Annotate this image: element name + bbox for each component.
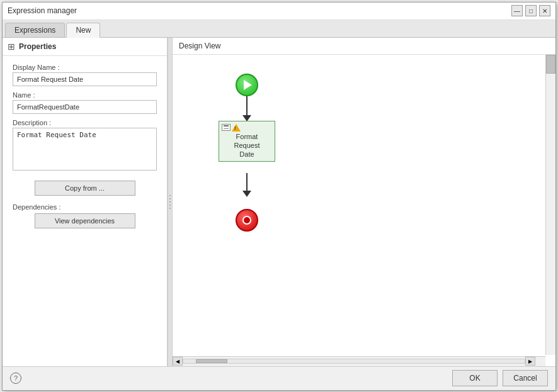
ok-button[interactable]: OK (452, 370, 498, 386)
end-node (236, 209, 258, 232)
description-group: Description : Format Request Date (13, 119, 157, 171)
bottom-bar: ? OK Cancel (3, 366, 555, 390)
bottom-left: ? (10, 372, 21, 384)
display-name-label: Display Name : (13, 64, 157, 71)
horizontal-scrollbar-track (183, 359, 525, 364)
view-dependencies-button[interactable]: View dependencies (35, 213, 135, 228)
maximize-button[interactable]: □ (525, 5, 537, 16)
window-title: Expression manager (8, 6, 77, 15)
horizontal-scrollbar[interactable]: ◀ ▶ (173, 356, 545, 366)
description-label: Description : (13, 119, 157, 126)
scroll-right-button[interactable]: ▶ (525, 357, 535, 366)
display-name-group: Display Name : (13, 64, 157, 86)
bottom-right: OK Cancel (452, 370, 548, 386)
vertical-scrollbar[interactable] (545, 55, 555, 355)
content-area: ⊞ Properties Display Name : Name : Descr… (3, 38, 555, 366)
expression-manager-window: Expression manager — □ ✕ Expressions New… (2, 2, 556, 391)
process-node[interactable]: FormatRequestDate (219, 121, 275, 162)
right-panel: Design View FormatReq (173, 38, 555, 366)
close-button[interactable]: ✕ (539, 5, 550, 16)
properties-icon: ⊞ (8, 42, 15, 52)
title-bar: Expression manager — □ ✕ (3, 3, 555, 20)
window-controls: — □ ✕ (511, 5, 550, 16)
scroll-left-button[interactable]: ◀ (173, 357, 183, 366)
connector-bottom (246, 173, 248, 192)
tabs-bar: Expressions New (3, 20, 555, 38)
left-panel: ⊞ Properties Display Name : Name : Descr… (3, 38, 168, 366)
connector-top (246, 96, 248, 116)
warning-icon (232, 124, 241, 132)
tab-expressions[interactable]: Expressions (5, 23, 65, 37)
process-node-label: FormatRequestDate (234, 132, 260, 159)
name-group: Name : (13, 91, 157, 114)
process-icon-box (222, 124, 231, 131)
tab-new[interactable]: New (66, 23, 100, 38)
dependencies-section: Dependencies : View dependencies (13, 203, 157, 228)
arrow-bottom (242, 191, 251, 197)
description-input[interactable]: Format Request Date (13, 128, 157, 171)
dependencies-label: Dependencies : (13, 203, 157, 211)
play-icon (244, 80, 252, 90)
stop-icon (242, 216, 251, 225)
panel-title: Properties (19, 42, 56, 51)
name-label: Name : (13, 91, 157, 99)
help-button[interactable]: ? (10, 372, 21, 384)
design-canvas[interactable]: FormatRequestDate ◀ (173, 55, 555, 366)
start-node (236, 74, 258, 96)
cancel-button[interactable]: Cancel (503, 370, 548, 386)
vertical-scrollbar-thumb[interactable] (546, 55, 555, 74)
panel-splitter[interactable] (168, 38, 173, 366)
splitter-handle (169, 195, 171, 209)
design-view-header: Design View (173, 38, 555, 55)
minimize-button[interactable]: — (511, 5, 523, 16)
display-name-input[interactable] (13, 72, 157, 86)
left-form: Display Name : Name : Description : Form… (3, 56, 167, 366)
panel-header: ⊞ Properties (3, 38, 167, 56)
horizontal-scrollbar-thumb[interactable] (196, 359, 227, 363)
process-node-icons (222, 124, 241, 132)
name-input[interactable] (13, 100, 157, 114)
copy-from-button[interactable]: Copy from ... (35, 181, 135, 196)
